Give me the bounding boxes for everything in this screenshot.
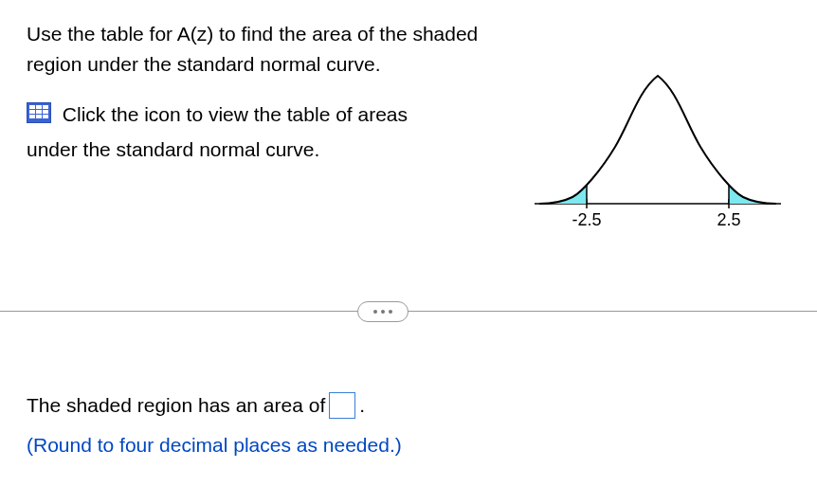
table-link-text-1[interactable]: Click the icon to view the table of area…	[63, 103, 408, 125]
question-prompt: Use the table for A(z) to find the area …	[27, 19, 497, 79]
svg-rect-4	[29, 110, 35, 114]
left-tick-label: -2.5	[572, 210, 601, 229]
expand-pill[interactable]	[357, 301, 408, 322]
table-link-text-2: under the standard normal curve.	[27, 138, 319, 160]
question-text-column: Use the table for A(z) to find the area …	[27, 19, 497, 237]
question-section: Use the table for A(z) to find the area …	[27, 19, 790, 237]
rounding-hint: (Round to four decimal places as needed.…	[27, 428, 402, 462]
section-divider	[0, 301, 817, 322]
svg-rect-2	[36, 105, 42, 109]
table-icon[interactable]	[27, 99, 51, 134]
answer-prefix: The shaded region has an area of	[27, 388, 325, 423]
answer-suffix: .	[359, 388, 365, 423]
svg-rect-1	[29, 105, 35, 109]
svg-rect-6	[43, 110, 48, 114]
svg-rect-3	[43, 105, 48, 109]
right-tick-label: 2.5	[717, 210, 740, 229]
svg-rect-9	[43, 115, 48, 118]
svg-rect-8	[36, 115, 42, 118]
normal-curve-graph: -2.5 2.5	[525, 19, 790, 237]
answer-input[interactable]	[329, 392, 355, 419]
table-link-row: Click the icon to view the table of area…	[27, 98, 497, 167]
answer-section: The shaded region has an area of . (Roun…	[27, 388, 402, 461]
svg-rect-7	[29, 115, 35, 118]
svg-rect-5	[36, 110, 42, 114]
